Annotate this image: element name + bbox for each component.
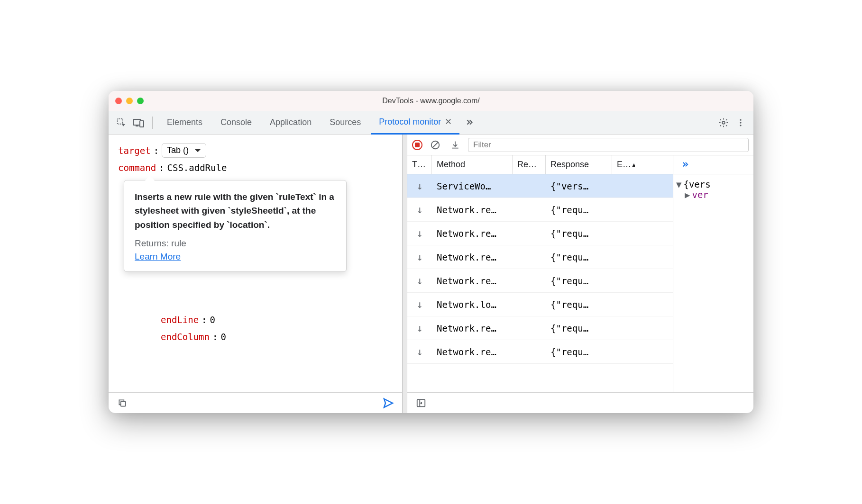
table-row[interactable]: ↓Network.re…{"requ…: [407, 222, 673, 245]
svg-rect-2: [140, 121, 144, 127]
tooltip-returns: Returns: rule: [135, 238, 336, 249]
target-select[interactable]: Tab (): [162, 143, 206, 158]
tree-prop: ver: [692, 189, 708, 200]
col-request[interactable]: Re…: [513, 155, 546, 174]
arrow-down-icon: ↓: [407, 346, 432, 358]
table-row[interactable]: ↓Network.re…{"requ…: [407, 245, 673, 269]
monitor-footer: [407, 392, 753, 413]
tab-application[interactable]: Application: [262, 111, 319, 135]
cell-response: {"vers…: [546, 181, 612, 191]
endcolumn-key: endColumn: [161, 332, 210, 342]
cell-method: ServiceWo…: [432, 181, 513, 191]
copy-icon[interactable]: [115, 396, 129, 410]
svg-point-4: [740, 119, 741, 120]
col-response[interactable]: Response: [546, 155, 612, 174]
command-key: command: [118, 162, 156, 173]
cell-method: Network.re…: [432, 323, 513, 333]
tab-elements[interactable]: Elements: [159, 111, 210, 135]
titlebar: DevTools - www.google.com/: [109, 91, 753, 111]
target-line: target: Tab (): [118, 143, 393, 158]
command-editor-panel: target: Tab () command: CSS.addRule endL…: [109, 135, 403, 413]
arrow-down-icon: ↓: [407, 180, 432, 192]
cell-method: Network.re…: [432, 228, 513, 239]
tree-root: {vers: [683, 179, 710, 189]
detail-tree[interactable]: ▼{vers ▶ver: [673, 174, 753, 392]
kebab-menu-icon[interactable]: [734, 116, 748, 130]
tab-protocol-monitor[interactable]: Protocol monitor ✕: [371, 111, 459, 135]
table-row[interactable]: ↓Network.lo…{"requ…: [407, 293, 673, 316]
tab-console[interactable]: Console: [213, 111, 259, 135]
tab-sources[interactable]: Sources: [322, 111, 368, 135]
devtools-window: DevTools - www.google.com/ Elements Cons…: [109, 91, 753, 413]
traffic-lights: [115, 98, 144, 104]
close-window-button[interactable]: [115, 98, 122, 104]
clear-icon[interactable]: [428, 138, 442, 152]
arrow-down-icon: ↓: [407, 204, 432, 216]
tooltip-description: Inserts a new rule with the given `ruleT…: [135, 190, 336, 232]
endcolumn-value[interactable]: 0: [220, 332, 226, 342]
toggle-sidebar-icon[interactable]: [414, 396, 428, 410]
cell-method: Network.re…: [432, 205, 513, 215]
minimize-window-button[interactable]: [126, 98, 133, 104]
cell-method: Network.re…: [432, 276, 513, 286]
send-command-icon[interactable]: [381, 396, 395, 410]
cell-method: Network.lo…: [432, 299, 513, 310]
download-icon[interactable]: [448, 138, 462, 152]
cell-response: {"requ…: [546, 205, 612, 215]
tab-label: Application: [270, 117, 312, 127]
record-button[interactable]: [412, 140, 422, 150]
command-line: command: CSS.addRule: [118, 162, 393, 173]
tooltip-learn-more-link[interactable]: Learn More: [135, 252, 336, 262]
cell-method: Network.re…: [432, 347, 513, 357]
table-body: ↓ServiceWo…{"vers…↓Network.re…{"requ…↓Ne…: [407, 174, 673, 392]
col-elapsed[interactable]: E…▲: [612, 155, 635, 174]
content-area: target: Tab () command: CSS.addRule endL…: [109, 135, 753, 413]
events-table: T… Method Re… Response E…▲ ↓ServiceWo…{"…: [407, 155, 673, 392]
col-type[interactable]: T…: [407, 155, 432, 174]
endline-value[interactable]: 0: [210, 315, 215, 325]
device-toolbar-icon[interactable]: [131, 116, 146, 130]
target-value: Tab (): [167, 145, 189, 155]
tab-label: Console: [220, 117, 252, 127]
settings-icon[interactable]: [716, 116, 731, 130]
cell-response: {"requ…: [546, 228, 612, 239]
zoom-window-button[interactable]: [137, 98, 144, 104]
table-row[interactable]: ↓ServiceWo…{"vers…: [407, 174, 673, 198]
nested-params: endLine : 0 endColumn : 0: [161, 315, 226, 349]
monitor-toolbar: [407, 135, 753, 155]
svg-point-3: [722, 121, 725, 124]
table-row[interactable]: ↓Network.re…{"requ…: [407, 269, 673, 293]
endline-key: endLine: [161, 315, 199, 325]
target-key: target: [118, 145, 151, 156]
command-value[interactable]: CSS.addRule: [167, 162, 227, 173]
inspect-element-icon[interactable]: [114, 116, 128, 130]
svg-rect-7: [121, 401, 126, 406]
chevron-down-icon: [194, 148, 201, 153]
tab-label: Sources: [330, 117, 361, 127]
more-tabs-icon[interactable]: [678, 158, 692, 172]
cell-response: {"requ…: [546, 347, 612, 357]
col-method[interactable]: Method: [432, 155, 513, 174]
tab-label: Protocol monitor: [379, 117, 441, 127]
filter-input[interactable]: [468, 138, 749, 152]
table-header: T… Method Re… Response E…▲: [407, 155, 673, 174]
close-tab-icon[interactable]: ✕: [445, 117, 452, 127]
tab-label: Elements: [167, 117, 202, 127]
main-toolbar: Elements Console Application Sources Pro…: [109, 111, 753, 135]
table-row[interactable]: ↓Network.re…{"requ…: [407, 340, 673, 364]
command-tooltip: Inserts a new rule with the given `ruleT…: [124, 180, 347, 272]
table-row[interactable]: ↓Network.re…{"requ…: [407, 316, 673, 340]
cell-response: {"requ…: [546, 276, 612, 286]
cell-method: Network.re…: [432, 252, 513, 262]
svg-point-6: [740, 125, 741, 126]
arrow-down-icon: ↓: [407, 322, 432, 334]
window-title: DevTools - www.google.com/: [382, 97, 479, 105]
table-row[interactable]: ↓Network.re…{"requ…: [407, 198, 673, 222]
arrow-down-icon: ↓: [407, 251, 432, 263]
arrow-down-icon: ↓: [407, 298, 432, 310]
cell-response: {"requ…: [546, 323, 612, 333]
panel-resize-handle[interactable]: [403, 135, 407, 413]
editor-footer: [109, 392, 402, 413]
svg-point-5: [740, 122, 741, 123]
more-tabs-icon[interactable]: [462, 116, 477, 130]
